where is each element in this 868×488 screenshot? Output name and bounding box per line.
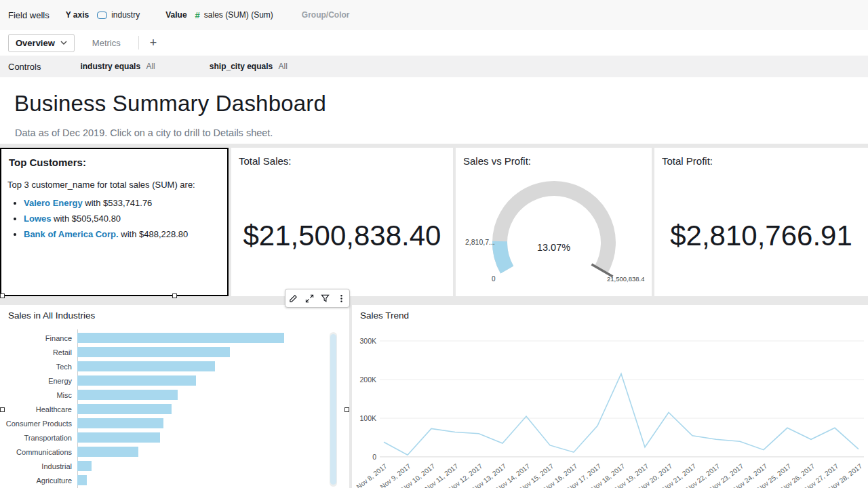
bar-chart-scrollbar[interactable] [330,332,337,487]
bar[interactable] [77,475,87,485]
resize-handle[interactable] [0,407,5,412]
customer-link[interactable]: Bank of America Corp. [24,229,119,239]
bar-row: Agriculture [0,473,326,487]
customer-link[interactable]: Lowes [24,214,51,224]
total-profit-kpi[interactable]: Total Profit: $2,810,766.91 [654,148,868,296]
edit-icon[interactable] [288,292,300,304]
maximize-icon[interactable] [303,292,315,304]
bar[interactable] [77,447,138,457]
bar[interactable] [77,432,160,443]
bar-track [77,418,326,428]
control-industry-value: All [146,62,155,71]
bar-track [77,390,326,400]
bar[interactable] [77,333,284,343]
list-item: Lowes with $505,540.80 [24,213,222,226]
sales-by-industry-visual[interactable]: Sales in All Industries FinanceRetailTec… [0,305,349,488]
scrollbar-thumb[interactable] [330,334,336,485]
gauge-min-label: 0 [492,275,496,283]
bar[interactable] [77,390,178,400]
customer-amount: with $533,741.76 [83,198,153,208]
gauge-value-label: 2,810,7... [465,238,495,246]
control-ship-city-value: All [279,62,288,71]
field-wells-label: Field wells [8,10,50,20]
control-industry[interactable]: industry equals All [80,62,155,71]
dimension-icon [97,12,107,19]
bar-row: Consumer Products [0,416,326,430]
control-industry-name: industry equals [80,62,140,71]
bar-row: Healthcare [0,402,326,416]
customer-amount: with $488,228.80 [119,229,189,239]
tab-overview-label: Overview [16,38,55,48]
bar-track [77,361,326,371]
value-well-label: Value [165,10,186,20]
bar-category-label: Healthcare [0,405,77,413]
y-tick-label: 300K [356,337,376,345]
bar-category-label: Industrial [0,462,77,470]
line-chart-title: Sales Trend [360,310,409,321]
bar[interactable] [77,375,196,386]
gauge-title: Sales vs Profit: [463,155,531,167]
value-field-name: sales (SUM) (Sum) [204,10,273,20]
bar-chart-title: Sales in All Industries [8,310,95,321]
customer-amount: with $505,540.80 [51,214,121,224]
gauge-track [500,188,608,270]
bar-track [77,447,326,457]
bar-row: Communications [0,445,326,459]
value-field-pill[interactable]: # sales (SUM) (Sum) [195,10,273,20]
bar-track [77,333,326,343]
page-title: Business Summary Dashboard [14,91,326,117]
tab-metrics[interactable]: Metrics [92,38,121,48]
bar[interactable] [77,361,215,371]
bar-track [77,461,326,471]
total-sales-value: $21,500,838.40 [231,220,453,252]
trend-line-chart [380,336,864,459]
bar[interactable] [77,461,92,471]
bar-track [77,375,326,386]
sheet-tab-bar: Overview Metrics + [0,30,868,56]
bar-track [77,475,326,485]
y-axis-field-pill[interactable]: industry [97,10,140,20]
resize-handle[interactable] [0,293,5,298]
sales-trend-visual[interactable]: Sales Trend 0100K200K300K Nov 8, 2017Nov… [352,305,868,488]
visual-toolbar [285,289,350,308]
bar[interactable] [77,418,163,428]
list-item: Valero Energy with $533,741.76 [24,197,222,210]
controls-bar: Controls industry equals All ship_city e… [0,56,868,77]
control-ship-city[interactable]: ship_city equals All [210,62,288,71]
add-sheet-button[interactable]: + [150,36,157,50]
bar-row: Tech [0,359,326,373]
menu-icon[interactable] [335,292,347,304]
top-customers-insight[interactable]: Top Customers: Top 3 customer_name for t… [0,148,229,296]
dashboard-header: Business Summary Dashboard Data as of De… [0,77,868,144]
y-axis-field-name: industry [111,10,140,20]
resize-handle[interactable] [172,293,177,298]
controls-label: Controls [8,62,41,72]
tab-overview[interactable]: Overview [8,34,75,52]
bar-category-label: Communications [0,448,77,456]
bar-category-label: Finance [0,334,77,342]
y-tick-label: 100K [356,414,376,422]
y-tick-label: 0 [356,453,376,461]
bar-row: Retail [0,345,326,359]
customer-link[interactable]: Valero Energy [24,198,83,208]
trend-line[interactable] [384,374,859,455]
bar-category-label: Transportation [0,434,77,442]
sales-vs-profit-gauge[interactable]: Sales vs Profit: 13.07% 2,810,7... 0 21,… [456,148,652,296]
bar[interactable] [77,404,172,414]
total-sales-kpi[interactable]: Total Sales: $21,500,838.40 [231,148,453,296]
resize-handle[interactable] [344,407,349,412]
bar-row: Industrial [0,459,326,473]
list-item: Bank of America Corp. with $488,228.80 [24,228,222,241]
y-axis-well-label: Y axis [66,10,89,20]
bar[interactable] [77,347,230,357]
y-tick-label: 200K [356,375,376,384]
gauge-max-label: 21,500,838.4 [607,275,644,283]
bar-row: Misc [0,388,326,402]
insight-intro: Top 3 customer_name for total sales (SUM… [7,179,222,192]
bar-category-label: Energy [0,377,77,385]
page-subtitle: Data as of Dec 2019. Click on a city to … [15,127,273,138]
filter-icon[interactable] [319,292,332,304]
bar-category-label: Retail [0,348,77,357]
bar-row: Energy [0,373,326,388]
control-ship-city-name: ship_city equals [210,62,273,71]
